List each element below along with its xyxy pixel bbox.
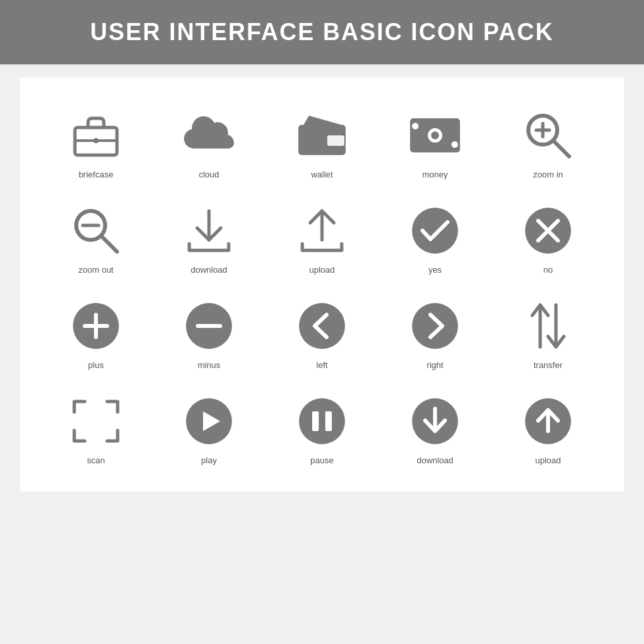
left-label: left — [316, 360, 327, 370]
svg-rect-36 — [312, 411, 319, 431]
svg-point-5 — [333, 137, 339, 144]
svg-point-9 — [412, 123, 419, 129]
svg-point-29 — [299, 303, 345, 349]
svg-point-30 — [412, 303, 458, 349]
upload-tray-icon — [296, 204, 348, 257]
icon-item-cloud: cloud — [152, 97, 265, 186]
upload-circle-icon — [522, 395, 574, 448]
download-circle-icon — [409, 395, 461, 448]
money-icon — [409, 109, 461, 162]
wallet-icon — [296, 109, 348, 162]
yes-label: yes — [428, 265, 442, 275]
left-icon — [296, 300, 348, 352]
zoom-out-icon — [70, 204, 122, 257]
icon-item-yes: yes — [379, 193, 492, 281]
briefcase-label: briefcase — [79, 170, 114, 179]
icon-item-money: money — [379, 97, 492, 186]
svg-point-10 — [451, 141, 458, 148]
icon-item-download-tray: download — [152, 193, 265, 281]
icon-item-download-circle: download — [379, 383, 492, 472]
wallet-label: wallet — [311, 170, 333, 179]
header: USER INTERFACE BASIC ICON PACK — [0, 0, 644, 64]
briefcase-icon — [70, 109, 122, 162]
page-title: USER INTERFACE BASIC ICON PACK — [13, 18, 631, 46]
download-tray-icon — [183, 204, 235, 257]
icon-item-upload-circle: upload — [492, 383, 605, 472]
no-label: no — [543, 265, 553, 275]
svg-point-8 — [431, 131, 439, 139]
svg-point-20 — [412, 208, 458, 254]
transfer-icon — [522, 300, 574, 352]
play-label: play — [201, 455, 217, 465]
icon-grid: briefcase cloud wallet — [26, 91, 618, 478]
svg-line-16 — [102, 237, 117, 252]
right-label: right — [426, 360, 443, 370]
icon-item-no: no — [492, 193, 605, 281]
icon-item-scan: scan — [39, 383, 152, 472]
icon-item-upload-tray: upload — [265, 193, 379, 281]
pause-icon — [296, 395, 348, 448]
icon-item-left: left — [265, 288, 379, 377]
svg-point-35 — [299, 398, 345, 444]
transfer-label: transfer — [534, 360, 563, 370]
zoom-out-label: zoom out — [78, 265, 113, 275]
no-icon — [522, 204, 574, 257]
cloud-icon — [183, 109, 235, 162]
yes-icon — [409, 204, 461, 257]
icon-item-plus: plus — [39, 288, 152, 377]
icon-item-zoom-out: zoom out — [39, 193, 152, 281]
icon-item-right: right — [379, 288, 492, 377]
svg-point-2 — [93, 138, 99, 143]
scan-label: scan — [87, 455, 104, 465]
play-icon — [183, 395, 235, 448]
scan-icon — [70, 395, 122, 448]
plus-label: plus — [88, 360, 104, 370]
zoom-in-label: zoom in — [533, 170, 563, 179]
download-tray-label: download — [191, 265, 227, 275]
icon-item-wallet: wallet — [265, 97, 379, 186]
zoom-in-icon — [522, 109, 574, 162]
money-label: money — [422, 170, 448, 179]
pause-label: pause — [310, 455, 333, 465]
icon-item-pause: pause — [265, 383, 379, 472]
right-icon — [409, 300, 461, 352]
cloud-label: cloud — [198, 170, 219, 179]
upload-tray-label: upload — [309, 265, 334, 275]
icon-item-briefcase: briefcase — [39, 97, 152, 186]
plus-icon — [70, 300, 122, 352]
icon-item-play: play — [152, 383, 265, 472]
upload-circle-label: upload — [535, 455, 561, 465]
download-circle-label: download — [417, 455, 453, 465]
svg-rect-37 — [325, 411, 332, 431]
icon-item-transfer: transfer — [492, 288, 605, 377]
minus-label: minus — [198, 360, 221, 370]
icon-item-zoom-in: zoom in — [492, 97, 605, 186]
svg-line-12 — [554, 141, 569, 156]
minus-icon — [183, 300, 235, 352]
icon-item-minus: minus — [152, 288, 265, 377]
main-content: briefcase cloud wallet — [20, 78, 624, 492]
